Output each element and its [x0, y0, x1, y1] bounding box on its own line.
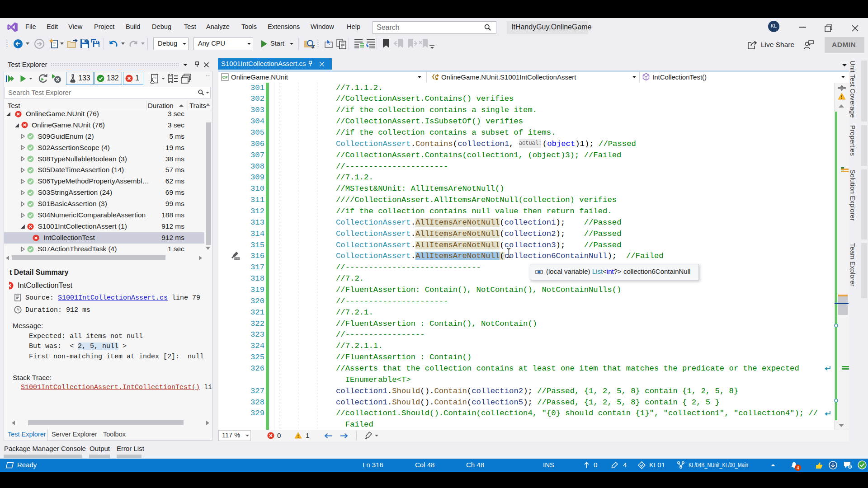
svg-text:C#: C# — [222, 75, 228, 80]
svg-text:0: 0 — [849, 465, 851, 469]
